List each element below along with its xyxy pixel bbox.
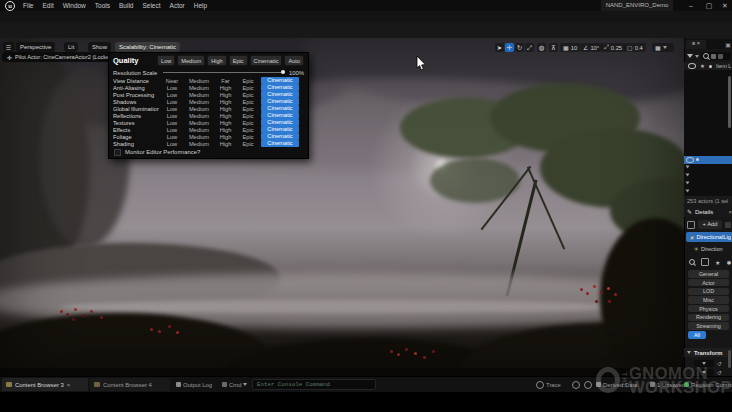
expander-chevron-icon[interactable] bbox=[686, 189, 690, 192]
filter-funnel-icon[interactable] bbox=[687, 54, 693, 58]
details-close-icon[interactable]: × bbox=[728, 209, 732, 215]
outliner-row[interactable] bbox=[684, 86, 732, 94]
chip-lod[interactable]: LOD bbox=[688, 288, 729, 296]
option-selected-cinematic[interactable]: Cinematic bbox=[261, 133, 299, 139]
option-high[interactable]: High bbox=[213, 99, 238, 105]
option-medium[interactable]: Medium bbox=[185, 85, 213, 91]
option-medium[interactable]: Medium bbox=[185, 127, 213, 133]
menu-build[interactable]: Build bbox=[119, 2, 133, 9]
option-epic[interactable]: Epic bbox=[238, 134, 258, 140]
status-circle-icon-1[interactable] bbox=[572, 381, 580, 389]
preset-auto[interactable]: Auto bbox=[284, 55, 304, 66]
outliner-row[interactable] bbox=[684, 179, 732, 187]
option-low[interactable]: Low bbox=[159, 85, 185, 91]
option-epic[interactable]: Epic bbox=[238, 78, 258, 84]
cmd-dropdown[interactable]: Cmd bbox=[222, 378, 247, 391]
search-option-icon[interactable] bbox=[711, 54, 716, 59]
select-tool-icon[interactable]: ➤ bbox=[495, 43, 504, 52]
outliner-row[interactable] bbox=[684, 171, 732, 179]
content-browser-4-tab[interactable]: Content Browser 4 bbox=[90, 378, 170, 391]
option-selected-cinematic[interactable]: Cinematic bbox=[261, 140, 299, 146]
status-icons[interactable] bbox=[572, 378, 592, 391]
outliner-row-selected[interactable] bbox=[684, 156, 732, 164]
details-gear-icon[interactable]: ✱ bbox=[726, 259, 731, 266]
maximize-button[interactable]: ▢ bbox=[702, 0, 716, 11]
option-high[interactable]: High bbox=[213, 113, 238, 119]
surface-snap-icon[interactable]: ⊼ bbox=[549, 43, 558, 52]
option-selected-cinematic[interactable]: Cinematic bbox=[261, 112, 299, 118]
chip-all[interactable]: All bbox=[688, 331, 706, 339]
search-settings-icon[interactable] bbox=[718, 54, 723, 59]
chip-rendering[interactable]: Rendering bbox=[688, 314, 729, 322]
transform-section-header[interactable]: Transform bbox=[684, 348, 732, 357]
scale-tool-icon[interactable]: ⤢ bbox=[525, 43, 534, 52]
option-epic[interactable]: Epic bbox=[238, 141, 258, 147]
component-row[interactable]: ☀ Direction bbox=[684, 244, 732, 253]
outliner-row[interactable] bbox=[684, 132, 732, 140]
unsaved-button[interactable]: 1 Unsaved bbox=[650, 378, 685, 391]
details-scrollbar[interactable] bbox=[728, 350, 731, 368]
option-epic[interactable]: Epic bbox=[238, 92, 258, 98]
menu-tools[interactable]: Tools bbox=[95, 2, 110, 9]
option-low[interactable]: Low bbox=[159, 92, 185, 98]
slider-knob[interactable] bbox=[281, 70, 285, 74]
option-high[interactable]: High bbox=[213, 92, 238, 98]
selected-actor-row[interactable]: ☀ DirectionalLig bbox=[686, 232, 732, 242]
favorites-column-icon[interactable]: ★ bbox=[700, 63, 705, 69]
option-low[interactable]: Low bbox=[159, 106, 185, 112]
expander-chevron-icon[interactable] bbox=[686, 182, 690, 185]
close-button[interactable]: ✕ bbox=[718, 0, 732, 11]
option-epic[interactable]: Epic bbox=[238, 99, 258, 105]
viewport-layout-button[interactable]: ▦ bbox=[652, 43, 674, 52]
preset-epic[interactable]: Epic bbox=[229, 55, 248, 66]
perspective-dropdown[interactable]: Perspective bbox=[16, 42, 55, 52]
option-medium[interactable]: Medium bbox=[185, 78, 213, 84]
outliner-row[interactable] bbox=[684, 187, 732, 195]
option-selected-cinematic[interactable]: Cinematic bbox=[261, 77, 299, 83]
add-component-button[interactable]: + Add bbox=[698, 220, 722, 229]
outliner-row[interactable] bbox=[684, 164, 732, 172]
camera-speed-control[interactable]: ▢0.4 bbox=[624, 43, 646, 52]
filter-chevron-icon[interactable] bbox=[695, 55, 699, 58]
outliner-scrollbar[interactable] bbox=[728, 76, 731, 128]
outliner-row[interactable] bbox=[684, 148, 732, 156]
chip-misc[interactable]: Misc bbox=[688, 296, 729, 304]
option-epic[interactable]: Epic bbox=[238, 127, 258, 133]
rotate-tool-icon[interactable]: ↻ bbox=[515, 43, 524, 52]
details-options-icon[interactable] bbox=[725, 222, 731, 228]
level-viewport[interactable]: No active Level Sequencer detected. Plea… bbox=[0, 38, 684, 376]
outliner-row[interactable] bbox=[684, 78, 732, 86]
option-medium[interactable]: Medium bbox=[185, 134, 213, 140]
scalability-button[interactable]: Scalability: Cinematic bbox=[115, 42, 180, 52]
grid-snap-control[interactable]: ▦10 bbox=[560, 43, 580, 52]
option-selected-cinematic[interactable]: Cinematic bbox=[261, 119, 299, 125]
outliner-tab[interactable]: ≡ × bbox=[686, 40, 706, 49]
outliner-row[interactable] bbox=[684, 101, 732, 109]
option-high[interactable]: High bbox=[213, 141, 238, 147]
menu-select[interactable]: Select bbox=[142, 2, 160, 9]
resolution-scale-slider[interactable] bbox=[163, 72, 285, 74]
preset-high[interactable]: High bbox=[207, 55, 227, 66]
chip-general[interactable]: General bbox=[688, 270, 729, 278]
preset-low[interactable]: Low bbox=[157, 55, 175, 66]
option-near[interactable]: Near bbox=[159, 78, 185, 84]
pin-column-icon[interactable] bbox=[709, 65, 712, 68]
lit-dropdown[interactable]: Lit bbox=[64, 42, 78, 52]
option-medium[interactable]: Medium bbox=[185, 106, 213, 112]
pilot-actor-bar[interactable]: ✛ Pilot Actor: CineCameraActor2 (Locked) bbox=[2, 52, 119, 62]
menu-actor[interactable]: Actor bbox=[170, 2, 185, 9]
option-epic[interactable]: Epic bbox=[238, 113, 258, 119]
option-high[interactable]: High bbox=[213, 134, 238, 140]
option-high[interactable]: High bbox=[213, 127, 238, 133]
menu-window[interactable]: Window bbox=[63, 2, 86, 9]
panel-icon[interactable] bbox=[701, 258, 709, 266]
option-medium[interactable]: Medium bbox=[185, 92, 213, 98]
console-command-input[interactable]: Enter Console Command bbox=[252, 379, 376, 390]
viewport-options-menu[interactable]: ☰ bbox=[3, 42, 14, 52]
option-medium[interactable]: Medium bbox=[185, 120, 213, 126]
revision-control-button[interactable]: Revision Control bbox=[684, 378, 732, 391]
option-selected-cinematic[interactable]: Cinematic bbox=[261, 98, 299, 104]
scale-snap-control[interactable]: ⤢0.25 bbox=[601, 43, 625, 52]
menu-file[interactable]: File bbox=[23, 2, 33, 9]
visibility-eye-icon[interactable] bbox=[686, 157, 694, 163]
